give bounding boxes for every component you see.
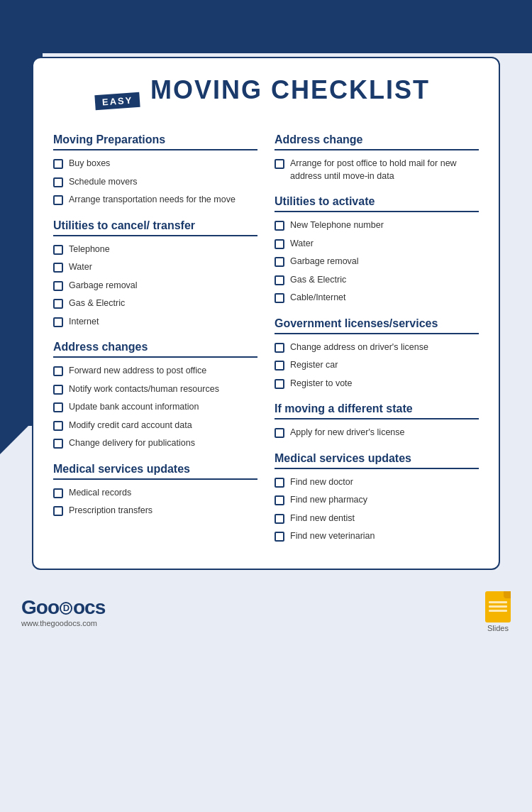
slides-doc-lines (489, 601, 507, 614)
checklist-label: Modify credit card account data (69, 419, 192, 432)
checklist-label: New Telephone number (290, 219, 384, 232)
list-item: Gas & Electric (53, 297, 257, 310)
checkbox[interactable] (275, 257, 284, 267)
slides-line (489, 605, 507, 608)
checkbox[interactable] (275, 221, 284, 231)
checklist-label: Water (290, 238, 314, 251)
slides-line (489, 601, 507, 603)
checkbox[interactable] (53, 263, 63, 273)
gooddocs-goo: Goo (21, 596, 59, 618)
section-title-medical-left: Medical services updates (53, 463, 257, 476)
gooddocs-d-icon: D (60, 602, 72, 615)
checkbox[interactable] (53, 177, 63, 187)
divider (275, 211, 479, 212)
checklist-label: Gas & Electric (69, 297, 125, 310)
checkbox[interactable] (275, 428, 284, 438)
checkbox[interactable] (275, 293, 284, 303)
slides-label: Slides (487, 624, 509, 632)
checkbox[interactable] (275, 275, 284, 285)
main-card: EASY MOVING CHECKLIST Moving Preparation… (32, 57, 500, 570)
checkbox[interactable] (53, 506, 63, 516)
checklist-label: Notify work contacts/human resources (69, 383, 219, 396)
checkbox[interactable] (53, 402, 63, 412)
list-item: Find new pharmacy (275, 494, 479, 507)
checkbox[interactable] (53, 299, 63, 309)
background-top (0, 0, 532, 53)
checklist-label: Register to vote (290, 378, 353, 390)
checklist-label: Buy boxes (69, 158, 110, 170)
section-title-government: Government licenses/services (275, 317, 479, 330)
list-item: Notify work contacts/human resources (53, 383, 257, 396)
list-item: Register car (275, 359, 479, 372)
list-item: Arrange transportation needs for the mov… (53, 194, 257, 207)
checklist-label: Water (69, 261, 92, 274)
section-address-changes: Address changes Forward new address to p… (53, 341, 257, 450)
list-item: Forward new address to post office (53, 365, 257, 378)
header-area: EASY MOVING CHECKLIST (53, 75, 479, 105)
section-different-state: If moving a different state Apply for ne… (275, 402, 479, 439)
checklist-label: Telephone (69, 243, 110, 256)
section-utilities-activate: Utilities to activate New Telephone numb… (275, 195, 479, 304)
section-title-address-changes: Address changes (53, 341, 257, 353)
checkbox[interactable] (53, 281, 63, 291)
gooddocs-brand: GooDocs (21, 596, 105, 619)
list-item: Medical records (53, 487, 257, 500)
checkbox[interactable] (53, 488, 63, 498)
checkbox[interactable] (275, 239, 284, 249)
checkbox[interactable] (275, 379, 284, 389)
checklist-label: Apply for new driver's license (290, 427, 404, 439)
checklist-label: Change delivery for publications (69, 437, 195, 450)
footer: GooDocs www.thegoodocs.com Slides (0, 584, 532, 640)
checkbox[interactable] (53, 366, 63, 376)
list-item: Change delivery for publications (53, 437, 257, 450)
list-item: Find new dentist (275, 512, 479, 525)
checkbox[interactable] (275, 532, 284, 542)
list-item: Garbage removal (53, 280, 257, 292)
section-government-licenses: Government licenses/services Change addr… (275, 317, 479, 390)
list-item: Find new doctor (275, 476, 479, 489)
list-item: Garbage removal (275, 256, 479, 268)
checkbox[interactable] (275, 343, 284, 353)
divider (53, 356, 257, 358)
checkbox[interactable] (53, 159, 63, 169)
list-item: Find new veterinarian (275, 530, 479, 543)
list-item: New Telephone number (275, 219, 479, 232)
section-medical-updates-right: Medical services updates Find new doctor… (275, 452, 479, 543)
divider (53, 149, 257, 150)
checklist-label: Forward new address to post office (69, 365, 206, 378)
checkbox[interactable] (53, 421, 63, 431)
checklist-label: Find new dentist (290, 512, 355, 525)
section-title-moving-preparations: Moving Preparations (53, 133, 257, 146)
list-item: Schedule movers (53, 176, 257, 189)
checklist-label: Find new doctor (290, 476, 353, 489)
section-title-different-state: If moving a different state (275, 402, 479, 415)
list-item: Prescription transfers (53, 505, 257, 517)
section-title-utilities-cancel: Utilities to cancel/ transfer (53, 219, 257, 232)
checkbox[interactable] (275, 159, 284, 169)
checklist-label: Prescription transfers (69, 505, 153, 517)
checkbox[interactable] (275, 495, 284, 505)
list-item: Arrange for post office to hold mail for… (275, 158, 479, 182)
checkbox[interactable] (53, 317, 63, 327)
list-item: Register to vote (275, 378, 479, 390)
checklist-label: Garbage removal (290, 256, 359, 268)
checkbox[interactable] (275, 361, 284, 371)
checklist-label: Garbage removal (69, 280, 138, 292)
title-wrapper: EASY MOVING CHECKLIST (102, 75, 430, 105)
slides-icon-area: Slides (485, 591, 511, 632)
list-item: Internet (53, 316, 257, 329)
checkbox[interactable] (275, 478, 284, 488)
checkbox[interactable] (53, 195, 63, 205)
checklist-label: Arrange transportation needs for the mov… (69, 194, 235, 207)
section-title-utilities-activate: Utilities to activate (275, 195, 479, 208)
checkbox[interactable] (275, 514, 284, 524)
divider (53, 235, 257, 236)
list-item: Telephone (53, 243, 257, 256)
slides-line (489, 610, 507, 612)
checkbox[interactable] (53, 439, 63, 449)
left-column: Moving Preparations Buy boxes Schedule m… (53, 121, 257, 549)
section-moving-preparations: Moving Preparations Buy boxes Schedule m… (53, 133, 257, 207)
checkbox[interactable] (53, 385, 63, 395)
checkbox[interactable] (53, 245, 63, 255)
checklist-label: Medical records (69, 487, 131, 500)
